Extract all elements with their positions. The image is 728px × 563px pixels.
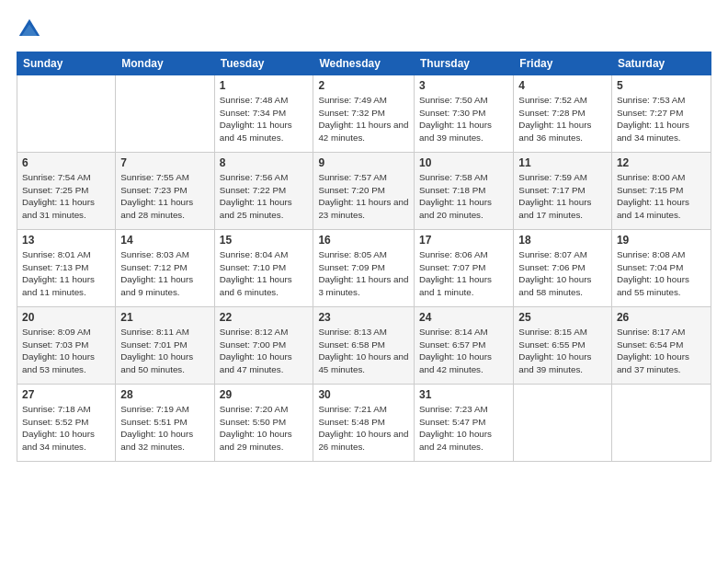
day-number: 31 [419,388,508,401]
day-info: Sunrise: 7:20 AM Sunset: 5:50 PM Dayligh… [220,403,309,454]
day-info: Sunrise: 8:03 AM Sunset: 7:12 PM Dayligh… [120,248,209,299]
calendar-cell: 8Sunrise: 7:56 AM Sunset: 7:22 PM Daylig… [214,153,313,230]
day-number: 20 [22,311,110,324]
day-number: 26 [617,311,706,324]
day-number: 30 [318,388,409,401]
day-info: Sunrise: 7:53 AM Sunset: 7:27 PM Dayligh… [617,94,706,144]
calendar-cell: 9Sunrise: 7:57 AM Sunset: 7:20 PM Daylig… [313,153,415,230]
calendar-cell: 1Sunrise: 7:48 AM Sunset: 7:34 PM Daylig… [214,75,313,153]
calendar-cell: 13Sunrise: 8:01 AM Sunset: 7:13 PM Dayli… [17,230,116,307]
day-info: Sunrise: 8:08 AM Sunset: 7:04 PM Dayligh… [617,248,706,299]
day-info: Sunrise: 7:52 AM Sunset: 7:28 PM Dayligh… [518,94,607,144]
weekday-header-sunday: Sunday [17,52,116,75]
day-number: 9 [318,156,409,169]
day-info: Sunrise: 8:00 AM Sunset: 7:15 PM Dayligh… [617,171,706,222]
calendar-cell [611,385,711,462]
day-number: 29 [220,388,309,401]
day-info: Sunrise: 8:07 AM Sunset: 7:06 PM Dayligh… [518,248,607,299]
day-number: 12 [617,156,706,169]
day-info: Sunrise: 7:54 AM Sunset: 7:25 PM Dayligh… [22,171,110,222]
calendar-cell: 14Sunrise: 8:03 AM Sunset: 7:12 PM Dayli… [116,230,214,307]
day-info: Sunrise: 7:55 AM Sunset: 7:23 PM Dayligh… [120,171,209,222]
calendar-week-1: 1Sunrise: 7:48 AM Sunset: 7:34 PM Daylig… [17,75,711,153]
weekday-header-tuesday: Tuesday [214,52,313,75]
day-number: 15 [220,234,309,247]
header [17,17,711,42]
calendar-cell: 12Sunrise: 8:00 AM Sunset: 7:15 PM Dayli… [611,153,711,230]
day-info: Sunrise: 8:17 AM Sunset: 6:54 PM Dayligh… [617,326,706,376]
day-info: Sunrise: 8:11 AM Sunset: 7:01 PM Dayligh… [120,326,209,376]
calendar-cell: 25Sunrise: 8:15 AM Sunset: 6:55 PM Dayli… [514,307,612,385]
logo-icon [17,17,42,42]
calendar-cell: 26Sunrise: 8:17 AM Sunset: 6:54 PM Dayli… [611,307,711,385]
day-number: 10 [419,156,508,169]
day-number: 1 [220,79,309,92]
day-number: 11 [518,156,607,169]
day-info: Sunrise: 7:19 AM Sunset: 5:51 PM Dayligh… [120,403,209,454]
calendar-cell: 24Sunrise: 8:14 AM Sunset: 6:57 PM Dayli… [415,307,514,385]
day-info: Sunrise: 7:59 AM Sunset: 7:17 PM Dayligh… [518,171,607,222]
weekday-header-row: SundayMondayTuesdayWednesdayThursdayFrid… [17,52,711,75]
calendar-cell: 6Sunrise: 7:54 AM Sunset: 7:25 PM Daylig… [17,153,116,230]
day-info: Sunrise: 8:12 AM Sunset: 7:00 PM Dayligh… [220,326,309,376]
day-number: 28 [120,388,209,401]
calendar-cell: 4Sunrise: 7:52 AM Sunset: 7:28 PM Daylig… [514,75,612,153]
calendar-cell: 2Sunrise: 7:49 AM Sunset: 7:32 PM Daylig… [313,75,415,153]
day-info: Sunrise: 7:49 AM Sunset: 7:32 PM Dayligh… [318,94,409,144]
weekday-header-monday: Monday [116,52,214,75]
day-number: 14 [120,234,209,247]
calendar-cell: 15Sunrise: 8:04 AM Sunset: 7:10 PM Dayli… [214,230,313,307]
calendar-cell: 21Sunrise: 8:11 AM Sunset: 7:01 PM Dayli… [116,307,214,385]
day-number: 23 [318,311,409,324]
calendar-page: SundayMondayTuesdayWednesdayThursdayFrid… [0,0,728,563]
calendar-cell: 27Sunrise: 7:18 AM Sunset: 5:52 PM Dayli… [17,385,116,462]
weekday-header-friday: Friday [514,52,612,75]
calendar-cell: 29Sunrise: 7:20 AM Sunset: 5:50 PM Dayli… [214,385,313,462]
calendar-cell: 10Sunrise: 7:58 AM Sunset: 7:18 PM Dayli… [415,153,514,230]
logo [17,17,46,42]
weekday-header-thursday: Thursday [415,52,514,75]
day-number: 17 [419,234,508,247]
calendar-week-2: 6Sunrise: 7:54 AM Sunset: 7:25 PM Daylig… [17,153,711,230]
day-info: Sunrise: 8:01 AM Sunset: 7:13 PM Dayligh… [22,248,110,299]
calendar-week-4: 20Sunrise: 8:09 AM Sunset: 7:03 PM Dayli… [17,307,711,385]
calendar-cell: 7Sunrise: 7:55 AM Sunset: 7:23 PM Daylig… [116,153,214,230]
day-info: Sunrise: 7:23 AM Sunset: 5:47 PM Dayligh… [419,403,508,454]
calendar-cell: 20Sunrise: 8:09 AM Sunset: 7:03 PM Dayli… [17,307,116,385]
calendar-week-5: 27Sunrise: 7:18 AM Sunset: 5:52 PM Dayli… [17,385,711,462]
calendar-header: SundayMondayTuesdayWednesdayThursdayFrid… [17,52,711,75]
day-number: 4 [518,79,607,92]
calendar-cell [116,75,214,153]
calendar-table: SundayMondayTuesdayWednesdayThursdayFrid… [17,52,711,462]
calendar-cell: 17Sunrise: 8:06 AM Sunset: 7:07 PM Dayli… [415,230,514,307]
day-info: Sunrise: 8:14 AM Sunset: 6:57 PM Dayligh… [419,326,508,376]
day-info: Sunrise: 8:05 AM Sunset: 7:09 PM Dayligh… [318,248,409,299]
day-number: 24 [419,311,508,324]
weekday-header-saturday: Saturday [611,52,711,75]
day-info: Sunrise: 7:56 AM Sunset: 7:22 PM Dayligh… [220,171,309,222]
calendar-cell: 16Sunrise: 8:05 AM Sunset: 7:09 PM Dayli… [313,230,415,307]
day-info: Sunrise: 8:15 AM Sunset: 6:55 PM Dayligh… [518,326,607,376]
day-info: Sunrise: 7:48 AM Sunset: 7:34 PM Dayligh… [220,94,309,144]
calendar-cell: 19Sunrise: 8:08 AM Sunset: 7:04 PM Dayli… [611,230,711,307]
calendar-cell: 22Sunrise: 8:12 AM Sunset: 7:00 PM Dayli… [214,307,313,385]
calendar-cell: 23Sunrise: 8:13 AM Sunset: 6:58 PM Dayli… [313,307,415,385]
day-number: 6 [22,156,110,169]
calendar-cell: 18Sunrise: 8:07 AM Sunset: 7:06 PM Dayli… [514,230,612,307]
day-number: 13 [22,234,110,247]
day-info: Sunrise: 7:57 AM Sunset: 7:20 PM Dayligh… [318,171,409,222]
calendar-week-3: 13Sunrise: 8:01 AM Sunset: 7:13 PM Dayli… [17,230,711,307]
day-info: Sunrise: 8:06 AM Sunset: 7:07 PM Dayligh… [419,248,508,299]
day-info: Sunrise: 7:50 AM Sunset: 7:30 PM Dayligh… [419,94,508,144]
day-info: Sunrise: 8:09 AM Sunset: 7:03 PM Dayligh… [22,326,110,376]
day-number: 3 [419,79,508,92]
calendar-cell: 3Sunrise: 7:50 AM Sunset: 7:30 PM Daylig… [415,75,514,153]
calendar-cell: 28Sunrise: 7:19 AM Sunset: 5:51 PM Dayli… [116,385,214,462]
day-number: 25 [518,311,607,324]
day-number: 18 [518,234,607,247]
day-info: Sunrise: 7:58 AM Sunset: 7:18 PM Dayligh… [419,171,508,222]
calendar-body: 1Sunrise: 7:48 AM Sunset: 7:34 PM Daylig… [17,75,711,462]
calendar-cell [17,75,116,153]
day-number: 8 [220,156,309,169]
day-number: 22 [220,311,309,324]
